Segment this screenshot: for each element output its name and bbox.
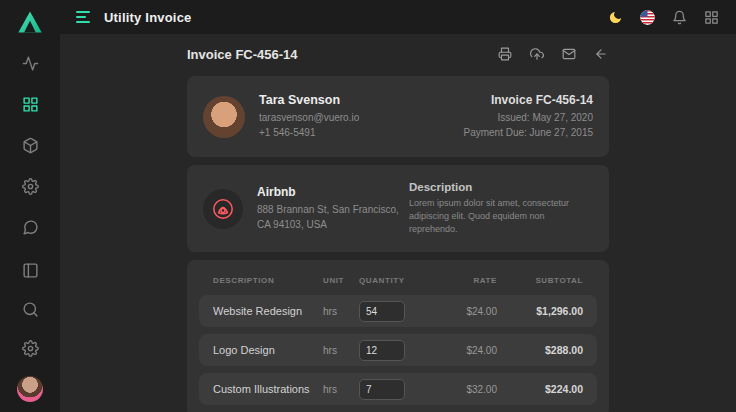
company-name: Airbnb (257, 185, 399, 199)
company-address-line1: 888 Brannan St, San Francisco, (257, 202, 399, 217)
user-avatar[interactable] (17, 376, 43, 402)
header-description: DESCRIPTION (213, 276, 323, 285)
company-card: Airbnb 888 Brannan St, San Francisco, CA… (187, 165, 609, 252)
apps-menu-button[interactable] (702, 8, 720, 26)
sidebar-item-preferences[interactable] (19, 337, 41, 359)
item-subtotal: $1,296.00 (497, 305, 583, 317)
back-arrow-icon (594, 47, 608, 61)
search-icon (22, 301, 39, 318)
item-unit: hrs (323, 384, 359, 395)
activity-icon (22, 55, 39, 72)
back-button[interactable] (593, 46, 609, 62)
page-header: Invoice FC-456-14 (187, 46, 609, 62)
chat-icon (22, 219, 39, 236)
table-row: Custom Illustrations hrs $32.00 $224.00 (199, 373, 597, 405)
client-phone: +1 546-5491 (259, 125, 359, 140)
menu-icon (76, 11, 90, 13)
settings-icon (22, 340, 39, 357)
language-selector-button[interactable] (638, 8, 656, 26)
item-rate: $24.00 (425, 306, 497, 317)
print-button[interactable] (497, 46, 513, 62)
item-description: Custom Illustrations (213, 383, 323, 395)
header-subtotal: SUBTOTAL (497, 276, 583, 285)
main-area: Utility Invoice (60, 0, 736, 412)
item-subtotal: $288.00 (497, 344, 583, 356)
page-actions (497, 46, 609, 62)
sidebar-main-nav (19, 52, 41, 238)
gear-icon (22, 178, 39, 195)
description-heading: Description (409, 181, 593, 193)
item-unit: hrs (323, 345, 359, 356)
sidebar-item-search[interactable] (19, 298, 41, 320)
top-navbar: Utility Invoice (60, 0, 736, 34)
page-title: Invoice FC-456-14 (187, 47, 298, 62)
bell-icon (672, 10, 687, 25)
item-description: Logo Design (213, 344, 323, 356)
sidebar-item-settings[interactable] (19, 175, 41, 197)
item-description: Website Redesign (213, 305, 323, 317)
sidebar-item-panels[interactable] (19, 259, 41, 281)
company-logo (203, 189, 243, 229)
app-title: Utility Invoice (104, 10, 192, 25)
item-rate: $32.00 (425, 384, 497, 395)
panels-icon (22, 262, 39, 279)
sidebar-item-activity[interactable] (19, 52, 41, 74)
sidebar-item-dashboard[interactable] (19, 93, 41, 115)
sidebar-item-messages[interactable] (19, 216, 41, 238)
quantity-input[interactable] (359, 379, 405, 400)
dashboard-grid-icon (22, 96, 39, 113)
notifications-button[interactable] (670, 8, 688, 26)
apps-grid-icon (704, 10, 719, 25)
content-area: Invoice FC-456-14 (60, 34, 736, 412)
table-header-row: DESCRIPTION UNIT QUANTITY RATE SUBTOTAL (199, 272, 597, 285)
item-unit: hrs (323, 306, 359, 317)
sidebar-item-products[interactable] (19, 134, 41, 156)
client-card: Tara Svenson tarasvenson@vuero.io +1 546… (187, 76, 609, 157)
menu-icon (76, 21, 90, 23)
item-rate: $24.00 (425, 345, 497, 356)
invoice-issued-date: Issued: May 27, 2020 (463, 110, 593, 125)
quantity-input[interactable] (359, 340, 405, 361)
company-address-line2: CA 94103, USA (257, 217, 399, 232)
client-avatar (203, 96, 245, 138)
client-email: tarasvenson@vuero.io (259, 110, 359, 125)
invoice-number: Invoice FC-456-14 (463, 93, 593, 107)
us-flag-icon (640, 10, 655, 25)
invoice-items-table: DESCRIPTION UNIT QUANTITY RATE SUBTOTAL … (187, 260, 609, 412)
send-mail-button[interactable] (561, 46, 577, 62)
moon-icon (608, 10, 623, 25)
app-logo[interactable] (16, 8, 44, 36)
theme-toggle-button[interactable] (606, 8, 624, 26)
client-name: Tara Svenson (259, 93, 359, 107)
app-window: Utility Invoice (0, 0, 736, 412)
description-text: Lorem ipsum dolor sit amet, consectetur … (409, 197, 593, 236)
box-icon (22, 137, 39, 154)
airbnb-icon (211, 197, 235, 221)
mail-icon (562, 47, 576, 61)
table-row: Website Redesign hrs $24.00 $1,296.00 (199, 295, 597, 327)
upload-cloud-icon (530, 47, 544, 61)
sidebar-bottom-nav (17, 259, 43, 402)
header-unit: UNIT (323, 276, 359, 285)
table-row: Logo Design hrs $24.00 $288.00 (199, 334, 597, 366)
navbar-actions (606, 8, 720, 26)
header-quantity: QUANTITY (359, 276, 425, 285)
item-subtotal: $224.00 (497, 383, 583, 395)
menu-toggle-button[interactable] (74, 9, 92, 25)
header-rate: RATE (425, 276, 497, 285)
upload-button[interactable] (529, 46, 545, 62)
menu-icon (76, 16, 86, 18)
invoice-due-date: Payment Due: June 27, 2015 (463, 125, 593, 140)
logo-triangle-icon (16, 8, 44, 36)
quantity-input[interactable] (359, 301, 405, 322)
print-icon (498, 47, 512, 61)
sidebar (0, 0, 60, 412)
